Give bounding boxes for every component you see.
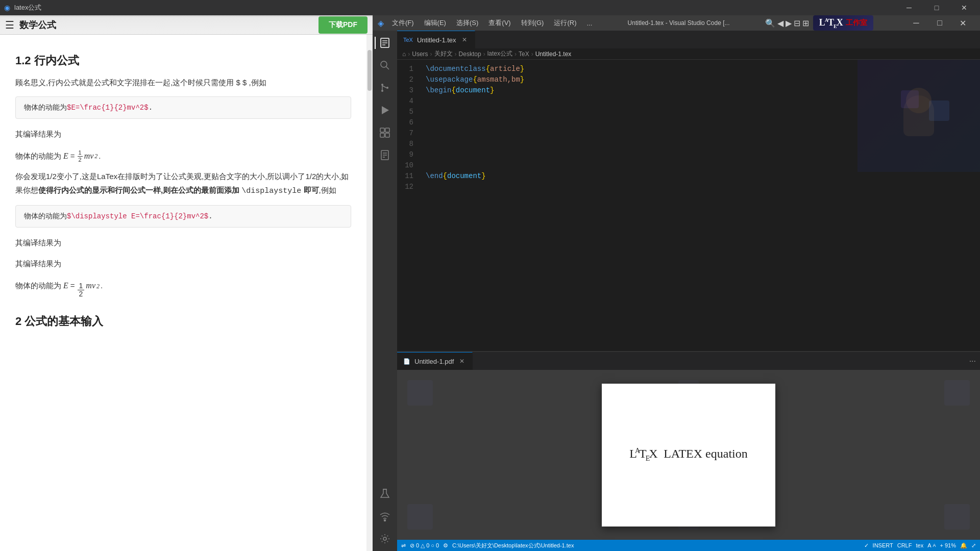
tex-editor: TeX Untitled-1.tex ✕ ⌂ › Users › [397,31,980,351]
status-filepath[interactable]: C:\Users\关好文\Desktop\latex公式\Untitled-1.… [452,542,574,549]
menu-more[interactable]: ... [582,17,596,29]
section-heading-1: 1.2 行内公式 [15,53,351,68]
status-insert[interactable]: INSERT [873,542,893,548]
tab-tex-close[interactable]: ✕ [460,36,469,44]
article-scrollbar[interactable] [366,35,373,551]
breadcrumb-home: ⌂ [402,51,406,58]
pdf-deco-3 [407,504,433,530]
status-left: ⇌ ⊘ 0 △ 0 ○ 0 ⚙ [401,542,574,549]
vscode-minimize-button[interactable]: ─ [904,15,928,31]
menu-goto[interactable]: 转到(G) [517,16,548,30]
status-lang[interactable]: tex [916,542,923,548]
pdf-deco-2 [944,380,970,406]
browser-close-button[interactable]: ✕ [952,0,976,15]
result-label-1: 其编译结果为 [15,127,351,141]
browser-icon: ◉ [4,4,10,12]
status-crlf[interactable]: CRLF [897,542,912,548]
breadcrumb-file[interactable]: Untitled-1.tex [535,51,572,58]
flask-icon[interactable] [375,484,395,504]
article-scroll-thumb[interactable] [368,50,372,91]
svg-point-22 [383,537,386,540]
status-errors[interactable]: ⊘ 0 △ 0 ○ 0 [410,542,439,549]
svg-point-7 [381,90,383,92]
section-heading-2: 2 公式的基本输入 [15,314,351,329]
menu-run[interactable]: 运行(R) [550,16,580,30]
vscode-editor-area: TeX Untitled-1.tex ✕ ⌂ › Users › [397,31,980,551]
editor-tabs: TeX Untitled-1.tex ✕ [397,31,980,48]
status-zoom[interactable]: + 91% [940,542,957,548]
code-line-9 [426,149,980,160]
result-label-2: 其编译结果为 [15,236,351,249]
breadcrumb-user[interactable]: 关好文 [434,49,453,58]
tab-tex[interactable]: TeX Untitled-1.tex ✕ [397,31,475,48]
hamburger-button[interactable]: ☰ [5,19,14,31]
breadcrumb: ⌂ › Users › 关好文 › Desktop › latex公式 › Te… [397,48,980,60]
vscode-main-area: TeX Untitled-1.tex ✕ ⌂ › Users › [373,31,980,551]
status-right: ✓ INSERT CRLF tex [864,542,976,549]
menu-file[interactable]: 文件(F) [388,16,418,30]
para-1: 顾名思义,行内公式就是公式和文字混排在一起,这个时候只需使用 $ $ ,例如 [15,76,351,89]
breadcrumb-users[interactable]: Users [412,51,428,58]
breadcrumb-desktop[interactable]: Desktop [459,51,481,58]
svg-rect-12 [380,128,384,132]
vscode-close-button[interactable]: ✕ [951,15,975,31]
svg-line-10 [382,86,386,88]
menu-edit[interactable]: 编辑(E) [420,16,450,30]
pdf-more-button[interactable]: ··· [965,357,980,366]
search-toolbar-button[interactable]: 🔍 [765,18,775,28]
status-expand[interactable]: ⤢ [971,542,976,549]
status-build[interactable]: ⚙ [443,542,448,549]
code-line-10 [426,160,980,171]
pdf-deco-4 [944,504,970,530]
settings-icon[interactable] [375,529,395,549]
code-line-3: \begin{document} [426,85,980,96]
article-panel: ☰ 数学公式 下载PDF 1.2 行内公式 顾名思义,行内公式就是公式和文字混排… [0,15,373,551]
next-button[interactable]: ▶ [786,18,792,28]
pdf-file-icon: 📄 [403,358,410,365]
math-result-2: 物体的动能为 E = 1 2 mv 2 . [15,278,351,298]
line-numbers: 1 2 3 4 5 6 7 8 9 10 11 [397,60,418,351]
breadcrumb-latex[interactable]: latex公式 [487,49,512,58]
tab-pdf[interactable]: 📄 Untitled-1.pdf ✕ [397,352,473,370]
vscode-maximize-button[interactable]: □ [928,15,951,31]
browser-title-bar: ◉ latex公式 ─ □ ✕ [0,0,980,15]
status-font[interactable]: A A [927,542,936,548]
customize-button[interactable]: ⊞ [802,18,809,28]
menu-view[interactable]: 查看(V) [484,16,514,30]
download-pdf-button[interactable]: 下载PDF [318,16,368,34]
explorer-icon[interactable] [375,33,395,53]
extensions-icon[interactable] [375,122,395,143]
status-notif[interactable]: 🔔 [960,542,967,549]
breadcrumb-tex[interactable]: TeX [519,51,529,58]
pdf-tabs-left: 📄 Untitled-1.pdf ✕ [397,352,473,370]
svg-point-8 [386,87,388,89]
svg-marker-11 [382,106,389,114]
svg-rect-13 [385,128,389,132]
code-line-8 [426,139,980,149]
svg-line-5 [386,67,389,70]
pdf-deco-1 [407,380,433,406]
pdf-preview-panel: 📄 Untitled-1.pdf ✕ ··· [397,351,980,540]
pdf-preview-icon[interactable] [375,145,395,165]
run-debug-icon[interactable] [375,100,395,120]
remote-icon: ⇌ [401,542,406,549]
pdf-tabs: 📄 Untitled-1.pdf ✕ ··· [397,352,980,370]
search-icon[interactable] [375,55,395,76]
menu-select[interactable]: 选择(S) [452,16,482,30]
vscode-window-controls: ─ □ ✕ [904,15,975,31]
browser-maximize-button[interactable]: □ [925,0,948,15]
tab-pdf-close[interactable]: ✕ [458,357,466,365]
split-button[interactable]: ⊟ [794,18,800,28]
browser-minimize-button[interactable]: ─ [897,0,921,15]
wifi-icon[interactable] [375,506,395,527]
prev-button[interactable]: ◀ [777,18,783,28]
code-line-11: \end{document} [426,171,980,182]
code-line-1: \documentclass{article} [426,64,980,74]
svg-rect-15 [380,133,384,137]
status-remote[interactable]: ⇌ [401,542,406,549]
code-line-12 [426,182,980,192]
vscode-panel: ◈ 文件(F) 编辑(E) 选择(S) 查看(V) 转到(G) 运行(R) ..… [373,15,980,551]
status-ok[interactable]: ✓ [864,542,869,549]
source-control-icon[interactable] [375,78,395,98]
browser-title-text: latex公式 [14,3,41,12]
